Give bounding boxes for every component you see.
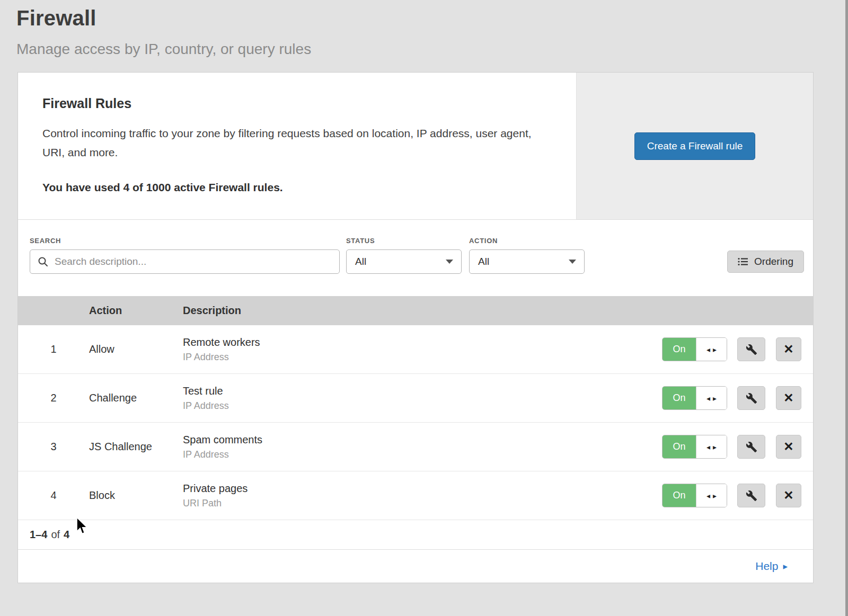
ordering-button[interactable]: Ordering — [727, 251, 804, 273]
toggle-handle[interactable]: ◂▸ — [696, 484, 727, 507]
ordering-button-label: Ordering — [754, 256, 793, 267]
pagination-total: 4 — [64, 529, 69, 541]
wrench-icon — [746, 392, 757, 404]
search-input[interactable] — [54, 255, 332, 268]
arrow-left-icon: ◂ — [706, 345, 710, 354]
toggle-on-label: On — [662, 435, 696, 458]
create-firewall-rule-button[interactable]: Create a Firewall rule — [634, 132, 756, 160]
rules-description: Control incoming traffic to your zone by… — [42, 124, 544, 162]
rule-enabled-toggle[interactable]: On ◂▸ — [662, 386, 727, 410]
delete-rule-button[interactable]: ✕ — [776, 484, 801, 507]
rule-action: JS Challenge — [89, 441, 183, 453]
rules-heading: Firewall Rules — [42, 96, 544, 111]
rule-priority: 3 — [18, 441, 89, 453]
rule-priority: 1 — [18, 343, 89, 355]
toggle-on-label: On — [662, 484, 696, 507]
column-header-action: Action — [89, 305, 183, 317]
rule-controls: On ◂▸ ✕ — [662, 484, 813, 507]
pagination: 1–4 of 4 — [18, 520, 813, 550]
action-select-value: All — [478, 256, 489, 267]
search-box — [30, 249, 340, 274]
toggle-on-label: On — [662, 338, 696, 361]
rule-match-type: IP Address — [183, 400, 662, 412]
rule-title: Spam comments — [183, 434, 662, 446]
page-title: Firewall — [16, 6, 848, 30]
page-subtitle: Manage access by IP, country, or query r… — [16, 41, 848, 58]
close-icon: ✕ — [783, 391, 793, 405]
rule-match-type: IP Address — [183, 449, 662, 460]
card-top-section: Firewall Rules Control incoming traffic … — [18, 73, 813, 220]
close-icon: ✕ — [783, 488, 793, 503]
rule-match-type: IP Address — [183, 352, 662, 363]
rule-description: Test rule IP Address — [183, 385, 662, 412]
column-header-description: Description — [183, 305, 813, 317]
list-ordering-icon — [738, 257, 748, 266]
firewall-rules-card: Firewall Rules Control incoming traffic … — [17, 72, 814, 583]
edit-rule-button[interactable] — [737, 484, 765, 507]
wrench-icon — [746, 490, 757, 502]
arrow-right-icon: ▸ — [713, 345, 717, 354]
help-arrow-icon: ▸ — [783, 561, 788, 572]
rule-priority: 2 — [18, 392, 89, 404]
rule-match-type: URI Path — [183, 498, 662, 509]
edit-rule-button[interactable] — [737, 435, 765, 459]
action-group: ACTION All — [469, 237, 585, 274]
toggle-handle[interactable]: ◂▸ — [696, 387, 727, 409]
toggle-handle[interactable]: ◂▸ — [696, 435, 727, 458]
arrow-left-icon: ◂ — [706, 492, 710, 500]
arrow-right-icon: ▸ — [713, 443, 717, 451]
search-icon — [38, 256, 48, 267]
delete-rule-button[interactable]: ✕ — [776, 337, 801, 361]
help-link[interactable]: Help ▸ — [755, 560, 788, 573]
rule-action: Block — [89, 489, 183, 502]
rule-enabled-toggle[interactable]: On ◂▸ — [662, 337, 727, 361]
create-rule-panel: Create a Firewall rule — [576, 73, 813, 219]
rule-description: Spam comments IP Address — [183, 434, 662, 460]
edit-rule-button[interactable] — [737, 337, 765, 361]
rule-enabled-toggle[interactable]: On ◂▸ — [662, 484, 727, 507]
rule-priority: 4 — [18, 489, 89, 502]
rule-controls: On ◂▸ ✕ — [662, 386, 813, 410]
rule-description: Remote workers IP Address — [183, 336, 662, 363]
delete-rule-button[interactable]: ✕ — [776, 435, 801, 459]
rule-controls: On ◂▸ ✕ — [662, 337, 813, 361]
page-header: Firewall Manage access by IP, country, o… — [0, 0, 848, 58]
arrow-left-icon: ◂ — [706, 394, 710, 403]
status-select-value: All — [355, 256, 366, 267]
edit-rule-button[interactable] — [737, 386, 765, 410]
chevron-down-icon — [569, 260, 576, 264]
table-row: 2 Challenge Test rule IP Address On ◂▸ ✕ — [18, 374, 813, 423]
rule-controls: On ◂▸ ✕ — [662, 435, 813, 459]
rule-action: Challenge — [89, 392, 183, 404]
status-select[interactable]: All — [346, 249, 462, 274]
action-select[interactable]: All — [469, 249, 585, 274]
help-row: Help ▸ — [18, 550, 813, 583]
status-label: STATUS — [346, 237, 462, 245]
screen-edge — [845, 0, 848, 616]
close-icon: ✕ — [783, 342, 793, 356]
search-group: SEARCH — [30, 237, 340, 274]
wrench-icon — [746, 441, 757, 453]
rule-title: Private pages — [183, 483, 662, 495]
help-link-label: Help — [755, 560, 778, 573]
chevron-down-icon — [446, 260, 453, 264]
table-row: 4 Block Private pages URI Path On ◂▸ ✕ — [18, 471, 813, 520]
toggle-handle[interactable]: ◂▸ — [696, 338, 727, 361]
arrow-right-icon: ▸ — [713, 492, 717, 500]
arrow-left-icon: ◂ — [706, 443, 710, 451]
rules-usage-count: You have used 4 of 1000 active Firewall … — [42, 181, 544, 194]
close-icon: ✕ — [783, 440, 793, 454]
rule-title: Remote workers — [183, 336, 662, 349]
rule-description: Private pages URI Path — [183, 483, 662, 509]
rule-title: Test rule — [183, 385, 662, 397]
toggle-on-label: On — [662, 387, 696, 409]
filters-bar: SEARCH STATUS All ACTION All — [18, 220, 813, 296]
rules-intro: Firewall Rules Control incoming traffic … — [18, 73, 576, 219]
action-label: ACTION — [469, 237, 585, 245]
delete-rule-button[interactable]: ✕ — [776, 386, 801, 410]
table-row: 3 JS Challenge Spam comments IP Address … — [18, 423, 813, 471]
status-group: STATUS All — [346, 237, 462, 274]
rule-action: Allow — [89, 343, 183, 355]
search-label: SEARCH — [30, 237, 340, 245]
rule-enabled-toggle[interactable]: On ◂▸ — [662, 435, 727, 459]
